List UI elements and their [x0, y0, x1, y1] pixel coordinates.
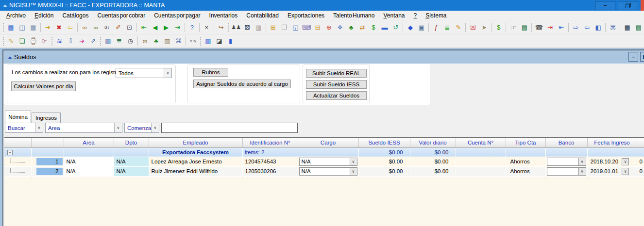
- column-header-valor-diario[interactable]: Valor diario: [410, 138, 456, 147]
- find-field-icon[interactable]: ✐: [113, 22, 123, 32]
- function-fx-icon[interactable]: ƒ: [431, 22, 441, 32]
- column-header-tipo-cta[interactable]: Tipo Cta: [506, 138, 545, 147]
- ledger-books-icon[interactable]: ▤: [633, 22, 644, 32]
- export-tray-icon[interactable]: ⇗: [88, 36, 98, 46]
- close-form-icon[interactable]: ×: [202, 22, 212, 32]
- cuenta-cell[interactable]: [456, 166, 506, 176]
- last-record-icon[interactable]: ⇥: [172, 22, 183, 32]
- print-preview-icon[interactable]: ◫: [17, 22, 27, 32]
- money-bag-icon[interactable]: $: [369, 22, 379, 32]
- search-input[interactable]: [161, 123, 298, 133]
- close-button[interactable]: [641, 0, 644, 11]
- chevron-down-icon[interactable]: ∨: [578, 168, 586, 175]
- box-forward-icon[interactable]: ⇨: [571, 22, 581, 32]
- menu-item-exportaciones[interactable]: Exportaciones: [283, 11, 329, 20]
- puzzle-icon[interactable]: ◧: [593, 22, 603, 32]
- search-scope-dropdown[interactable]: Buscar ∨: [5, 123, 43, 133]
- search-field-dropdown[interactable]: Area ∨: [45, 123, 122, 133]
- empleado-cell[interactable]: Lopez Arreaga Jose Ernesto: [149, 157, 242, 166]
- flowchart-add-2-icon[interactable]: ⌘: [173, 36, 184, 46]
- stopwatch-icon[interactable]: ⌚: [28, 36, 38, 46]
- no-edit-icon[interactable]: ◪: [214, 36, 224, 46]
- folder-archive-icon[interactable]: ⊟: [313, 22, 323, 32]
- dice-icon[interactable]: ⚄: [242, 22, 253, 32]
- column-header-area[interactable]: Area: [64, 138, 114, 147]
- sueldos-minimize-button[interactable]: –: [628, 52, 638, 62]
- tab-ingresos[interactable]: Ingresos: [32, 113, 61, 123]
- cuenta-cell[interactable]: [456, 157, 506, 166]
- menu-item-cuentas-por-cobrar[interactable]: Cuentas por cobrar: [93, 11, 150, 20]
- sueldos-restore-button[interactable]: [640, 52, 644, 62]
- money-bills-icon[interactable]: ≣: [442, 22, 452, 32]
- column-header-cargo[interactable]: Cargo: [298, 138, 358, 147]
- next-record-icon[interactable]: ▶: [161, 22, 171, 32]
- data-table-icon[interactable]: ▦: [203, 36, 213, 46]
- cabinet-add-icon[interactable]: ▥: [162, 36, 172, 46]
- menu-item-archivo[interactable]: Archivo: [2, 11, 30, 20]
- area-cell[interactable]: N/A: [64, 166, 114, 176]
- subir-sueldo-real-button[interactable]: Subir Sueldo REAL: [306, 69, 367, 78]
- notebook-icon[interactable]: ❏: [17, 36, 27, 46]
- tab-nomina[interactable]: Nómina: [5, 111, 31, 123]
- menu-item-sistema[interactable]: Sistema: [421, 11, 451, 20]
- fecha-ingreso-cell[interactable]: 2019.01.01∨: [588, 168, 637, 175]
- window-panels-icon[interactable]: ◱: [290, 22, 301, 32]
- tipo-cta-cell[interactable]: Ahorros: [506, 157, 545, 166]
- employee-row[interactable]: 1 N/A N/A Lopez Arreaga Jose Ernesto 120…: [4, 157, 644, 166]
- menu-item-contabilidad[interactable]: Contabilidad: [242, 11, 283, 20]
- fecha-ingreso-cell[interactable]: 2018.10.20∨: [588, 158, 637, 165]
- sueldos-titlebar[interactable]: ▴▴ Sueldos –: [3, 50, 644, 64]
- logout-arrow-icon[interactable]: ⇤: [556, 22, 566, 32]
- identificacion-cell[interactable]: 1205030206: [242, 166, 298, 176]
- save-icon[interactable]: ▤: [6, 22, 16, 32]
- collapse-group-button[interactable]: −: [7, 150, 13, 155]
- column-header-sueldo-iess[interactable]: Sueldo IESS: [358, 138, 410, 147]
- menu-item-inventarios[interactable]: Inventarios: [205, 11, 242, 20]
- formula-xy-icon[interactable]: x+y: [188, 36, 198, 46]
- subir-sueldo-iess-button[interactable]: Subir Sueldo IESS: [306, 80, 367, 89]
- card-hand-icon[interactable]: ☞: [508, 22, 518, 32]
- previous-record-icon[interactable]: ◀: [150, 22, 160, 32]
- identificacion-cell[interactable]: 1204574543: [242, 157, 298, 166]
- lifesaver-icon[interactable]: ⊕: [324, 22, 334, 32]
- delete-record-icon[interactable]: ✖: [54, 22, 64, 32]
- palm-tree-2-icon[interactable]: ♣: [151, 36, 161, 46]
- flowchart-add-icon[interactable]: ⌘: [608, 22, 618, 32]
- box-edit-icon[interactable]: ✎: [453, 22, 463, 32]
- extra-cell[interactable]: 0: [637, 166, 644, 176]
- chevron-down-icon[interactable]: ∨: [350, 158, 357, 165]
- rubros-button[interactable]: Rubros: [193, 68, 228, 77]
- chevron-down-icon[interactable]: ∨: [164, 68, 171, 78]
- print-icon[interactable]: ▦: [28, 22, 38, 32]
- chevron-down-icon[interactable]: ∨: [114, 123, 122, 132]
- select-records-icon[interactable]: ⊡: [124, 22, 135, 32]
- menu-item-ventana[interactable]: Ventana: [379, 11, 409, 20]
- banner-icon[interactable]: ▬: [380, 22, 390, 32]
- column-header-extra[interactable]: [637, 138, 644, 147]
- column-header-tree[interactable]: [4, 138, 31, 147]
- monitor-image-icon[interactable]: ▣: [416, 22, 426, 32]
- find-icon[interactable]: ∞: [80, 22, 90, 32]
- banco-dropdown[interactable]: ∨: [547, 158, 586, 166]
- cargo-dropdown[interactable]: N/A∨: [299, 167, 357, 176]
- column-header-fecha-ingreso[interactable]: Fecha Ingreso: [587, 138, 637, 147]
- palm-tree-icon[interactable]: ♣: [346, 22, 356, 32]
- minimize-button[interactable]: –: [595, 1, 615, 10]
- open-book-icon[interactable]: ❐: [279, 22, 289, 32]
- employees-icon[interactable]: ♟♟: [231, 22, 241, 32]
- menu-item-cuentas-por-pagar[interactable]: Cuentas por pagar: [150, 11, 204, 20]
- spectacles-icon[interactable]: ∞: [140, 36, 150, 46]
- sort-az-icon[interactable]: a↓: [102, 22, 112, 32]
- exit-door-icon[interactable]: ↪: [216, 22, 226, 32]
- compass-icon[interactable]: ❖: [335, 22, 345, 32]
- chevron-down-icon[interactable]: ∨: [578, 158, 586, 165]
- import-tray-icon[interactable]: ⇩: [66, 36, 76, 46]
- export-record-icon[interactable]: ➔: [43, 22, 53, 32]
- employee-row[interactable]: 2 N/A N/A Ruiz Jimenez Eddi Wilfrido 120…: [4, 166, 644, 176]
- binder-icon[interactable]: ▮: [225, 36, 236, 46]
- dpto-cell[interactable]: N/A: [114, 157, 149, 166]
- box-back-icon[interactable]: ⇦: [582, 22, 592, 32]
- checkbox-edit-icon[interactable]: ☒: [468, 22, 478, 32]
- row-number[interactable]: 1: [36, 158, 63, 165]
- undo-record-icon[interactable]: ⇦: [65, 22, 75, 32]
